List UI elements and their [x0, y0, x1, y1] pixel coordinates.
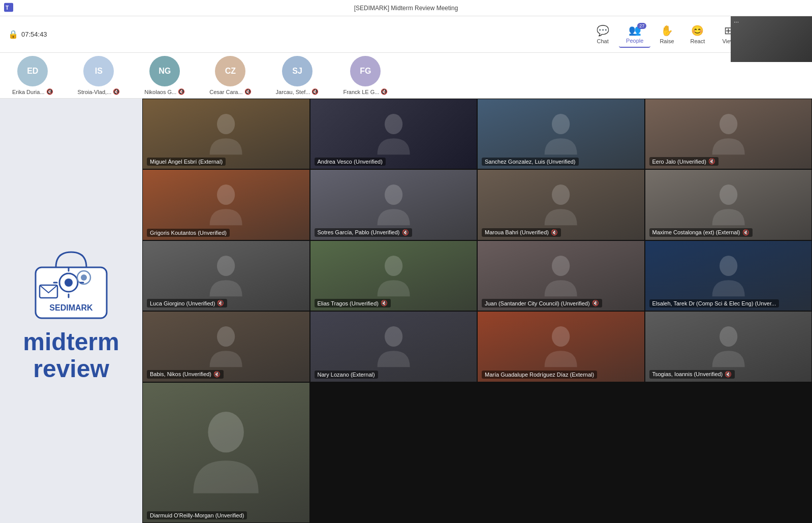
video-tile-name: Diarmuid O'Reilly-Morgan (Unverified) [147, 511, 247, 519]
svg-point-25 [217, 326, 235, 347]
svg-point-27 [552, 326, 570, 347]
meeting-title: [SEDIMARK] Midterm Review Meeting [354, 5, 458, 12]
participant-is[interactable]: IS Stroia-Vlad,... 🔇 [78, 56, 120, 95]
participant-name: Stroia-Vlad,... 🔇 [78, 88, 120, 95]
video-tile-name: Babis, Nikos (Unverified) 🔇 [147, 370, 224, 379]
video-tile-name: Grigoris Koutantos (Unverified) [147, 229, 230, 237]
participant-name: Jarcau, Stef... 🔇 [276, 88, 319, 95]
self-view-more-icon[interactable]: ··· [734, 18, 739, 25]
muted-icon: 🔇 [725, 371, 732, 378]
video-tile: Luca Giorgino (Unverified) 🔇 [142, 240, 310, 311]
avatar-circle: SJ [282, 56, 313, 86]
react-icon: 😊 [691, 24, 704, 37]
participant-fg[interactable]: FG Franck LE G... 🔇 [343, 56, 388, 95]
toolbar-left: 🔒 07:54:43 [8, 29, 47, 39]
participant-sj[interactable]: SJ Jarcau, Stef... 🔇 [276, 56, 319, 95]
muted-icon: 🔇 [708, 158, 715, 165]
mic-off-icon: 🔇 [381, 88, 388, 95]
person-silhouette [143, 383, 309, 522]
video-tile: Juan (Santander City Council) (Unverifie… [477, 240, 645, 311]
video-tile: María Guadalupe Rodríguez Díaz (External… [477, 311, 645, 382]
avatar-initials: FG [360, 67, 371, 76]
react-label: React [691, 38, 705, 44]
mic-off-icon: 🔇 [178, 88, 185, 95]
svg-point-28 [720, 326, 737, 347]
svg-point-13 [217, 114, 235, 134]
participant-ng[interactable]: NG Nikolaos G... 🔇 [144, 56, 185, 95]
video-tile-name: Elias Tragos (Unverified) 🔇 [315, 299, 391, 307]
video-tile-name: Andrea Vesco (Unverified) [315, 158, 386, 166]
svg-point-6 [81, 274, 87, 281]
avatar-initials: CZ [225, 67, 236, 76]
avatar-initials: IS [95, 67, 103, 76]
chat-label: Chat [597, 38, 608, 44]
video-tile: Tsogias, Ioannis (Unverified) 🔇 [645, 311, 813, 382]
participant-name: Cesar Cara... 🔇 [209, 88, 251, 95]
toolbar-btn-raise[interactable]: ✋ Raise [652, 21, 681, 47]
video-tile: Babis, Nikos (Unverified) 🔇 [142, 311, 310, 382]
video-tile: Elias Tragos (Unverified) 🔇 [310, 240, 478, 311]
svg-point-15 [552, 114, 570, 134]
avatar-initials: ED [27, 67, 38, 76]
video-tile: Nary Lozano (External) [310, 311, 478, 382]
toolbar-btn-people[interactable]: 👥 People 27 [619, 21, 650, 48]
toolbar-btn-react[interactable]: 😊 React [683, 21, 712, 47]
avatar-circle: CZ [215, 56, 245, 86]
muted-icon: 🔇 [217, 300, 224, 306]
svg-point-17 [217, 184, 235, 205]
participants-tray: ED Erika Duria... 🔇 IS Stroia-Vlad,... 🔇… [0, 53, 812, 99]
video-tile: Miguel Ángel Esbrí (External) [142, 99, 310, 169]
sedimark-logo: SEDIMARK [25, 239, 117, 321]
svg-point-23 [552, 256, 570, 276]
mic-off-icon: 🔇 [46, 88, 53, 95]
raise-label: Raise [660, 38, 674, 44]
video-tile-name: Juan (Santander City Council) (Unverifie… [482, 299, 602, 307]
toolbar-btn-chat[interactable]: 💬 Chat [588, 21, 617, 47]
left-panel: SEDIMARK midterm review [0, 99, 142, 523]
video-tile: Maroua Bahri (Unverified) 🔇 [477, 169, 645, 240]
video-tile-name: Nary Lozano (External) [315, 371, 378, 379]
video-tile: Sotres García, Pablo (Unverified) 🔇 [310, 169, 478, 240]
muted-icon: 🔇 [381, 300, 388, 306]
avatar-circle: ED [17, 56, 48, 86]
people-badge: 27 [637, 23, 646, 29]
video-tile-name: Miguel Ángel Esbrí (External) [147, 158, 226, 166]
video-tile-name: Maroua Bahri (Unverified) 🔇 [482, 228, 561, 237]
video-tile: Andrea Vesco (Unverified) [310, 99, 478, 169]
video-tile: Sanchez Gonzalez, Luis (Unverified) [477, 99, 645, 169]
chat-icon: 💬 [597, 24, 609, 37]
participant-ed[interactable]: ED Erika Duria... 🔇 [12, 56, 53, 95]
self-view-bg [731, 16, 812, 62]
raise-icon: ✋ [661, 24, 673, 37]
video-tile: Diarmuid O'Reilly-Morgan (Unverified) [142, 382, 310, 523]
svg-point-20 [720, 184, 737, 205]
avatar-circle: FG [350, 56, 381, 86]
avatar-initials: NG [159, 67, 171, 76]
participant-name: Erika Duria... 🔇 [12, 88, 53, 95]
svg-point-16 [720, 114, 737, 134]
svg-point-22 [385, 256, 402, 276]
video-tile: Elsaleh, Tarek Dr (Comp Sci & Elec Eng) … [645, 240, 813, 311]
video-tile: Eero Jalo (Unverified) 🔇 [645, 99, 813, 169]
muted-icon: 🔇 [742, 229, 749, 236]
main-content: SEDIMARK midterm review Miguel Ángel Esb… [0, 99, 812, 523]
call-timer: 07:54:43 [21, 30, 47, 38]
video-tile-name: Luca Giorgino (Unverified) 🔇 [147, 299, 227, 307]
svg-point-29 [208, 412, 244, 452]
muted-icon: 🔇 [213, 371, 221, 378]
video-tile: Grigoris Koutantos (Unverified) [142, 169, 310, 240]
avatar-initials: SJ [292, 67, 302, 76]
teams-app-icon: T [4, 3, 13, 13]
self-view: ··· [731, 16, 812, 62]
participant-cz[interactable]: CZ Cesar Cara... 🔇 [209, 56, 251, 95]
people-label: People [626, 38, 643, 44]
svg-point-26 [385, 326, 402, 347]
video-tile-name: Elsaleh, Tarek Dr (Comp Sci & Elec Eng) … [649, 299, 779, 307]
shield-icon: 🔒 [8, 29, 18, 39]
video-tile-name: Maxime Costalonga (ext) (External) 🔇 [649, 228, 753, 237]
video-tile: Maxime Costalonga (ext) (External) 🔇 [645, 169, 813, 240]
video-tile-name: Sotres García, Pablo (Unverified) 🔇 [315, 228, 412, 237]
title-bar: T [SEDIMARK] Midterm Review Meeting [0, 0, 812, 16]
video-tile-name: María Guadalupe Rodríguez Díaz (External… [482, 371, 597, 379]
video-grid: Miguel Ángel Esbrí (External) Andrea Ves… [142, 99, 812, 523]
